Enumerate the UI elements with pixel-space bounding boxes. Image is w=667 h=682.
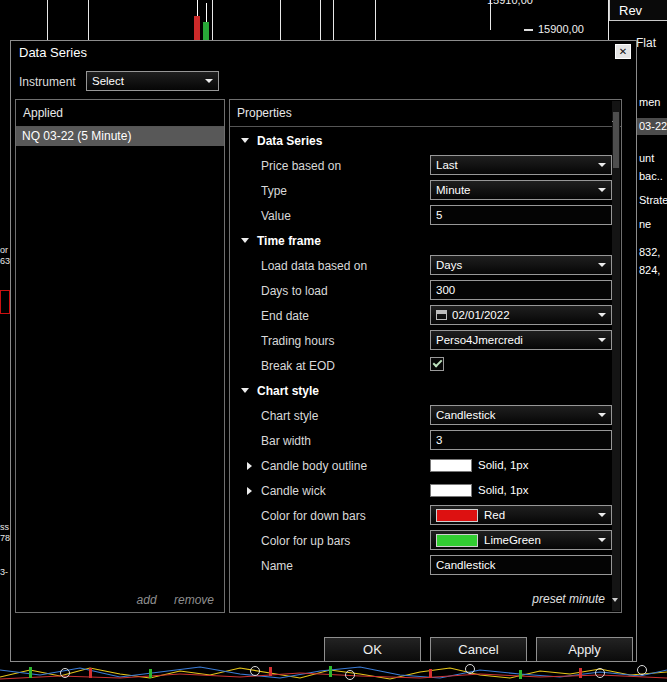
down-candle (429, 669, 432, 678)
category-label: Time frame (257, 234, 321, 248)
red-marker-box (0, 290, 10, 314)
value-input[interactable] (430, 205, 612, 225)
list-actions: add remove (123, 593, 214, 607)
check-icon (432, 358, 442, 368)
field-label: Value (261, 209, 291, 223)
stroke-description: Solid, 1px (478, 484, 529, 496)
chevron-down-icon (598, 513, 606, 517)
dropdown-value: Candlestick (436, 409, 495, 421)
down-candle (89, 668, 92, 678)
instrument-dropdown[interactable]: Select (86, 71, 219, 91)
up-bars-color-dropdown[interactable]: LimeGreen (430, 530, 612, 550)
dropdown-value: Last (436, 159, 458, 171)
field-label: Load data based on (261, 259, 367, 273)
type-dropdown[interactable]: Minute (430, 180, 612, 200)
row-color-down-bars: Color for down bars Red (230, 503, 611, 528)
expand-icon[interactable] (247, 487, 252, 495)
field-label: Name (261, 559, 293, 573)
field-label: Candle body outline (261, 459, 367, 473)
up-candle (519, 670, 522, 679)
row-end-date: End date 02/01/2022 (230, 303, 611, 328)
chevron-down-icon (598, 263, 606, 267)
data-series-dialog: Data Series Instrument Select Applied NQ… (10, 40, 637, 662)
candle-wick-value[interactable]: Solid, 1px (430, 480, 529, 500)
expand-icon[interactable] (247, 462, 252, 470)
stroke-swatch (430, 484, 472, 497)
dropdown-value: Days (436, 259, 462, 271)
category-time-frame[interactable]: Time frame (230, 228, 611, 253)
color-name: Red (484, 509, 505, 521)
end-date-picker[interactable]: 02/01/2022 (430, 305, 612, 325)
text-fragment: men (639, 96, 660, 108)
calendar-icon (436, 310, 447, 320)
trading-hours-dropdown[interactable]: Perso4Jmercredi (430, 330, 612, 350)
stroke-swatch (430, 459, 472, 472)
break-at-eod-checkbox[interactable] (430, 357, 444, 371)
scrollbar-thumb[interactable] (613, 112, 619, 168)
scroll-down-icon[interactable] (612, 602, 620, 611)
applied-header: Applied (16, 100, 224, 127)
dialog-title: Data Series (19, 45, 87, 60)
close-icon[interactable] (615, 44, 631, 59)
chart-style-dropdown[interactable]: Candlestick (430, 405, 612, 425)
text-fragment: ne (639, 218, 651, 230)
up-candle (149, 669, 152, 678)
text-fragment: bac.. (639, 170, 663, 182)
chevron-down-icon (598, 538, 606, 542)
color-name: LimeGreen (484, 534, 541, 546)
text-fragment: ss (0, 522, 9, 532)
days-to-load-input[interactable] (430, 280, 612, 300)
stroke-description: Solid, 1px (478, 459, 529, 471)
price-based-on-dropdown[interactable]: Last (430, 155, 612, 175)
category-chart-style[interactable]: Chart style (230, 378, 611, 403)
rev-panel-label[interactable]: Rev (609, 0, 667, 21)
row-candle-body-outline: Candle body outline Solid, 1px (230, 453, 611, 478)
text-fragment: unt (639, 152, 654, 164)
properties-header: Properties (230, 100, 621, 127)
down-bars-color-dropdown[interactable]: Red (430, 505, 612, 525)
field-label: Color for down bars (261, 509, 366, 523)
remove-link[interactable]: remove (174, 593, 214, 607)
field-label: Trading hours (261, 334, 335, 348)
row-trading-hours: Trading hours Perso4Jmercredi (230, 328, 611, 353)
price-tick (524, 29, 533, 31)
chevron-down-icon (598, 338, 606, 342)
row-name: Name (230, 553, 611, 578)
occluded-left-window: or 63 ss 78 3- (0, 0, 10, 682)
row-type: Type Minute (230, 178, 611, 203)
text-fragment: 78 (0, 533, 10, 543)
row-days-to-load: Days to load (230, 278, 611, 303)
text-fragment: 63 (0, 256, 10, 266)
load-data-dropdown[interactable]: Days (430, 255, 612, 275)
down-candle (579, 668, 582, 678)
field-label: Candle wick (261, 484, 326, 498)
scroll-up-icon[interactable] (612, 101, 620, 110)
grid-line (320, 0, 321, 40)
list-item[interactable]: NQ 03-22 (5 Minute) (16, 127, 224, 146)
chevron-down-icon (205, 79, 213, 83)
apply-button[interactable]: Apply (536, 637, 633, 662)
category-label: Chart style (257, 384, 319, 398)
add-link[interactable]: add (137, 593, 157, 607)
up-candle (203, 22, 209, 40)
row-load-data-based-on: Load data based on Days (230, 253, 611, 278)
bar-width-input[interactable] (430, 430, 612, 450)
row-price-based-on: Price based on Last (230, 153, 611, 178)
text-fragment: 3- (0, 567, 8, 577)
collapse-icon (241, 138, 249, 143)
down-candle (194, 16, 200, 40)
dropdown-value: Minute (436, 184, 471, 196)
preset-link[interactable]: preset minute (532, 592, 605, 606)
date-value: 02/01/2022 (452, 309, 510, 321)
properties-scrollbar[interactable] (612, 101, 620, 611)
name-input[interactable] (430, 555, 612, 575)
cancel-button[interactable]: Cancel (430, 637, 527, 662)
instrument-value: Select (92, 75, 124, 87)
category-data-series[interactable]: Data Series (230, 128, 611, 153)
field-label: Color for up bars (261, 534, 350, 548)
candle-body-outline-value[interactable]: Solid, 1px (430, 455, 529, 475)
row-bar-width: Bar width (230, 428, 611, 453)
ok-button[interactable]: OK (324, 637, 421, 662)
price-label-top: 15910,00 (487, 0, 533, 6)
chart-marker-circle (596, 669, 605, 678)
